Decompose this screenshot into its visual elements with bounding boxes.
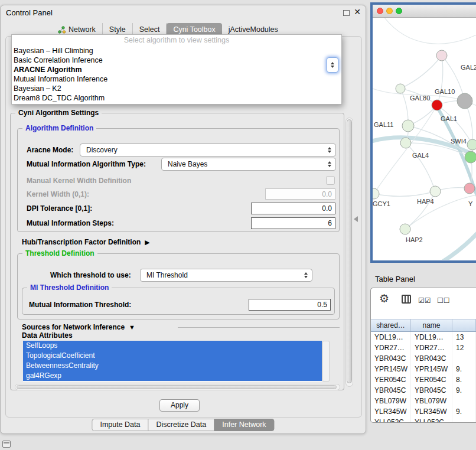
node-label: GAL2 <box>461 64 476 71</box>
attribute-item-selfloops[interactable]: SelfLoops <box>23 341 322 351</box>
attributes-scrollbar[interactable] <box>322 341 330 381</box>
chevron-down-icon: ▼ <box>129 324 135 331</box>
table-cell: YBR045C <box>411 385 452 396</box>
node-label: SWI4 <box>451 138 467 145</box>
combo-arrows-icon <box>300 272 312 278</box>
node-label: GAL4 <box>412 152 429 159</box>
mi-steps-label: Mutual Information Steps: <box>27 219 114 227</box>
attribute-item-gal4rgexp[interactable]: gal4RGexp <box>23 371 322 381</box>
table-row[interactable]: YBR043CYBR043C <box>371 353 476 364</box>
checked-rows-icon[interactable]: ☑☑ <box>418 296 431 305</box>
column-header-shared[interactable]: shared… <box>371 319 411 331</box>
dpi-tolerance-field[interactable]: 0.0 <box>251 203 335 214</box>
network-node[interactable] <box>400 224 410 234</box>
network-node[interactable] <box>432 100 442 110</box>
network-edge <box>405 191 435 229</box>
table-cell: YBR043C <box>411 353 452 364</box>
settings-vertical-scrollbar[interactable] <box>345 118 353 387</box>
network-node[interactable] <box>430 186 441 197</box>
mi-algorithm-type-value: Naive Bayes <box>162 160 324 168</box>
sources-label: Sources for Network Inference <box>22 323 125 331</box>
network-canvas[interactable]: GAL2GAL80GAL10GAL11GAL1SWI4GAL4GCY1HAP4Y… <box>373 18 476 260</box>
algorithm-option-mutual-information-inference[interactable]: Mutual Information Inference <box>12 74 341 84</box>
table-cell: YLL052C <box>411 417 452 422</box>
tab-discretize-data[interactable]: Discretize Data <box>148 419 215 431</box>
tab-impute-data[interactable]: Impute Data <box>92 419 148 431</box>
table-row[interactable]: YBR045CYBR045C9. <box>371 385 476 396</box>
table-cell: 9. <box>452 385 476 396</box>
attribute-item-topologicalcoefficient[interactable]: TopologicalCoefficient <box>23 351 322 361</box>
table-row[interactable]: YPR145WYPR145W9. <box>371 364 476 374</box>
mac-zoom-button[interactable] <box>396 8 402 14</box>
network-node[interactable] <box>402 120 414 132</box>
group-title-cyni-settings: Cyni Algorithm Settings <box>15 109 102 117</box>
hub-definition-section-header[interactable]: Hub/Transcription Factor Definition▶ <box>22 238 150 246</box>
combo-arrows-icon <box>324 161 335 167</box>
close-window-icon[interactable]: ✕ <box>354 7 361 17</box>
tab-label: Style <box>109 25 126 34</box>
which-threshold-select[interactable]: MI Threshold <box>140 269 312 282</box>
table-row[interactable]: YDL19…YDL19…13 <box>371 332 476 343</box>
control-panel-title: Control Panel <box>6 8 53 17</box>
node-label: GAL80 <box>410 94 430 102</box>
aracne-mode-label: Aracne Mode: <box>27 146 73 154</box>
cyni-bottom-tabs: Impute DataDiscretize DataInfer Network <box>92 419 274 431</box>
node-label: HAP4 <box>417 198 434 205</box>
mi-algorithm-type-select[interactable]: Naive Bayes <box>161 158 336 171</box>
network-edge <box>374 191 435 196</box>
algorithm-combo-button[interactable] <box>327 57 338 73</box>
network-node[interactable] <box>436 50 447 61</box>
table-cell: 9. <box>452 364 476 374</box>
mac-close-button[interactable] <box>377 8 383 14</box>
table-row[interactable]: YER054CYER054C8. <box>371 374 476 385</box>
table-panel-title: Table Panel <box>375 275 415 283</box>
table-cell: YBR045C <box>371 385 411 396</box>
table-row[interactable]: YLL052CYLL052C <box>371 417 476 422</box>
algorithm-option-bayesian-k2[interactable]: Bayesian – K2 <box>12 84 341 93</box>
table-body: YDL19…YDL19…13YDR27…YDR27…12YBR043CYBR04… <box>371 332 476 422</box>
table-row[interactable]: YBL079WYBL079W <box>371 396 476 406</box>
algorithm-option-dream8-dc-tdc-algorithm[interactable]: Dream8 DC_TDC Algorithm <box>12 93 341 103</box>
table-cell: YBL079W <box>371 396 411 406</box>
panel-splitter-collapse-icon[interactable] <box>354 216 358 222</box>
sources-section-header[interactable]: Sources for Network Inference▼ <box>22 323 135 331</box>
combo-arrows-icon <box>324 147 335 153</box>
column-header-2[interactable] <box>452 319 476 331</box>
scrollbar-thumb[interactable] <box>17 385 337 389</box>
network-node[interactable] <box>467 139 476 150</box>
mac-minimize-button[interactable] <box>386 8 393 14</box>
float-window-icon[interactable] <box>343 10 350 16</box>
algorithm-option-aracne-algorithm[interactable]: ARACNE Algorithm <box>12 65 341 74</box>
network-node[interactable] <box>396 84 405 93</box>
mi-threshold-field[interactable]: 0.5 <box>249 299 331 311</box>
gear-icon[interactable]: ⚙ <box>379 292 389 305</box>
attribute-item-betweennesscentrality[interactable]: BetweennessCentrality <box>23 361 322 371</box>
desktop: Control Panel ✕ NetworkStyleSelectCyni T… <box>0 0 476 450</box>
network-node[interactable] <box>464 183 475 194</box>
data-attributes-list[interactable]: SelfLoopsTopologicalCoefficientBetweenne… <box>23 341 322 381</box>
algorithm-popup-list: Bayesian – Hill ClimbingBasic Correlatio… <box>12 46 341 103</box>
aracne-mode-select[interactable]: Discovery <box>80 144 336 156</box>
tab-infer-network[interactable]: Infer Network <box>214 419 274 431</box>
algorithm-option-basic-correlation-inference[interactable]: Basic Correlation Inference <box>12 56 341 65</box>
minimized-panel-icon[interactable] <box>2 441 11 448</box>
column-header-name[interactable]: name <box>411 319 452 331</box>
algorithm-option-bayesian-hill-climbing[interactable]: Bayesian – Hill Climbing <box>12 46 341 56</box>
node-label: Y <box>468 200 473 207</box>
settings-horizontal-scrollbar[interactable] <box>15 384 340 390</box>
network-node[interactable] <box>373 188 379 199</box>
columns-icon[interactable] <box>402 295 411 304</box>
table-row[interactable]: YLR345WYLR345W9. <box>371 406 476 417</box>
group-title-algorithm-definition: Algorithm Definition <box>22 124 96 132</box>
network-node[interactable] <box>457 93 472 109</box>
scrollbar-thumb[interactable] <box>347 119 352 383</box>
network-node[interactable] <box>465 151 476 163</box>
tab-label: Select <box>139 25 160 34</box>
mi-steps-field[interactable]: 6 <box>251 217 335 229</box>
unchecked-rows-icon[interactable]: ☐☐ <box>437 296 450 305</box>
table-row[interactable]: YDR27…YDR27…12 <box>371 343 476 353</box>
apply-button[interactable]: Apply <box>159 399 200 412</box>
data-attributes-label: Data Attributes <box>22 331 73 340</box>
network-node[interactable] <box>400 138 411 148</box>
table-cell: YBL079W <box>411 396 452 406</box>
